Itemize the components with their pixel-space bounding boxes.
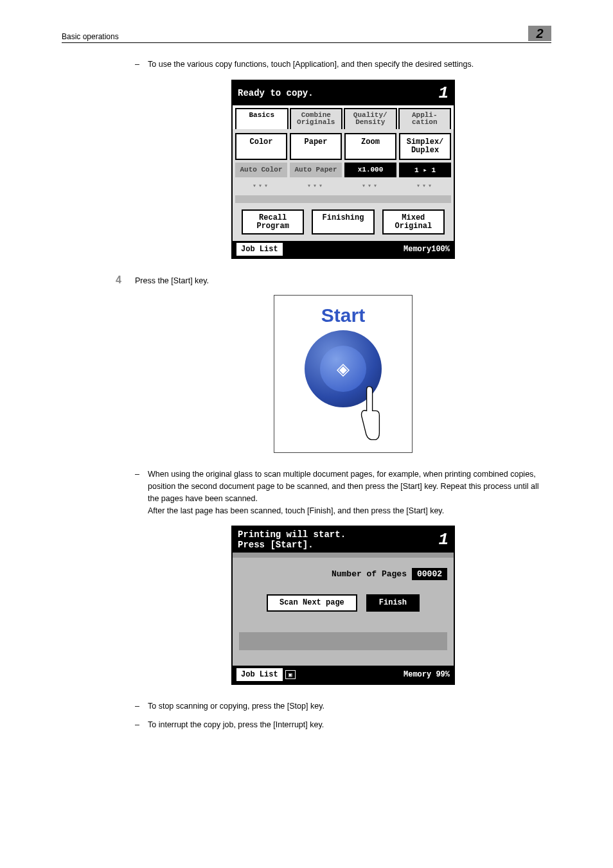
page-header: Basic operations 2 xyxy=(62,26,551,43)
memory-status: Memory100% xyxy=(404,245,450,254)
tab-combine[interactable]: Combine Originals xyxy=(290,108,343,129)
dots-icon: ▾▾▾ xyxy=(344,180,396,191)
status-line1: Printing will start. xyxy=(238,529,346,540)
dots-icon: ▾▾▾ xyxy=(290,180,342,191)
pages-label: Number of Pages xyxy=(332,569,407,579)
diamond-icon: ◈ xyxy=(337,359,350,379)
dash-icon: – xyxy=(135,700,148,713)
recall-program-button[interactable]: Recall Program xyxy=(242,209,304,235)
section-title: Basic operations xyxy=(62,32,119,41)
step-text: Press the [Start] key. xyxy=(135,274,209,286)
copier-screen-ready: Ready to copy. 1 Basics Combine Original… xyxy=(231,80,455,260)
copy-count: 1 xyxy=(438,530,449,549)
mixed-original-button[interactable]: Mixed Original xyxy=(382,209,445,235)
value-duplex[interactable]: 1 ▸ 1 xyxy=(399,163,451,177)
memory-status: Memory 99% xyxy=(404,670,450,679)
dash-icon: – xyxy=(135,58,148,71)
value-zoom[interactable]: x1.000 xyxy=(344,163,396,177)
gray-divider xyxy=(239,632,447,650)
header-color[interactable]: Color xyxy=(235,133,287,160)
finish-button[interactable]: Finish xyxy=(366,594,420,612)
post-start-bullet: – When using the original glass to scan … xyxy=(135,468,551,517)
interrupt-bullet: – To interrupt the copy job, press the [… xyxy=(135,719,551,731)
copier-screen-printing: Printing will start. Press [Start]. 1 Nu… xyxy=(231,526,455,685)
header-simplex[interactable]: Simplex/ Duplex xyxy=(399,133,451,160)
scan-next-button[interactable]: Scan Next page xyxy=(267,594,357,612)
status-block: Printing will start. Press [Start]. xyxy=(238,529,346,550)
intro-bullet: – To use the various copy functions, tou… xyxy=(135,58,551,71)
job-document-icon[interactable]: ▣ xyxy=(285,670,296,679)
tab-quality[interactable]: Quality/ Density xyxy=(344,108,397,129)
job-list-button[interactable]: Job List xyxy=(236,243,283,256)
start-label: Start xyxy=(321,305,365,326)
header-zoom[interactable]: Zoom xyxy=(344,133,396,160)
start-button-graphic: Start ◈ xyxy=(274,295,413,453)
value-paper[interactable]: Auto Paper xyxy=(290,163,342,177)
copy-count: 1 xyxy=(438,84,449,103)
header-paper[interactable]: Paper xyxy=(290,133,342,160)
dash-icon: – xyxy=(135,468,148,517)
gray-divider xyxy=(235,195,451,203)
chapter-number: 2 xyxy=(528,26,551,41)
dots-icon: ▾▾▾ xyxy=(399,180,451,191)
tab-application[interactable]: Appli- cation xyxy=(398,108,452,129)
finishing-button[interactable]: Finishing xyxy=(312,209,374,235)
step-number: 4 xyxy=(116,274,135,286)
dash-icon: – xyxy=(135,719,148,731)
job-list-button[interactable]: Job List xyxy=(236,668,283,681)
status-line2: Press [Start]. xyxy=(238,540,346,550)
finger-press-icon xyxy=(358,384,382,442)
value-color[interactable]: Auto Color xyxy=(235,163,287,177)
status-text: Ready to copy. xyxy=(238,88,314,98)
dots-icon: ▾▾▾ xyxy=(235,180,287,191)
gray-strip xyxy=(233,553,454,558)
stop-bullet: – To stop scanning or copying, press the… xyxy=(135,700,551,713)
tab-basics[interactable]: Basics xyxy=(235,108,289,129)
pages-value: 00002 xyxy=(412,568,447,580)
